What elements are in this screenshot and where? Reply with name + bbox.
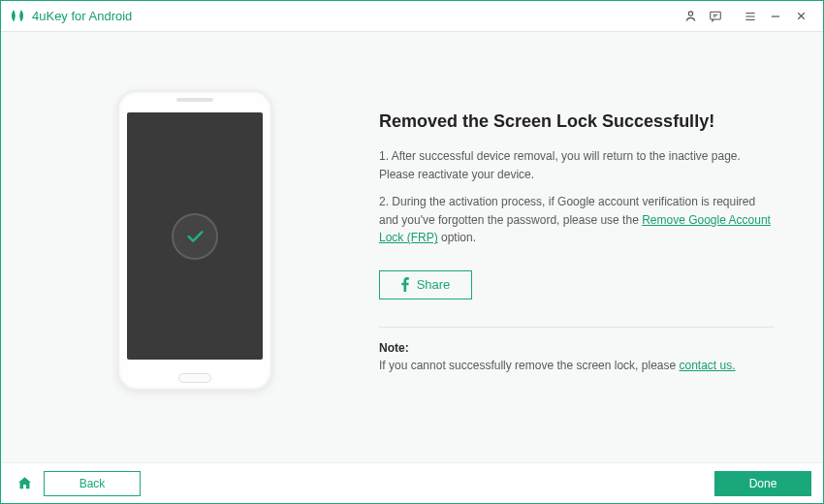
- minimize-button[interactable]: [763, 4, 788, 29]
- phone-home-button-icon: [178, 373, 211, 383]
- phone-screen: [127, 112, 263, 360]
- titlebar: 4uKey for Android: [1, 1, 823, 32]
- content-area: Removed the Screen Lock Successfully! 1.…: [1, 32, 823, 462]
- facebook-icon: [401, 277, 409, 292]
- close-button[interactable]: [788, 4, 813, 29]
- phone-speaker-icon: [176, 98, 213, 102]
- share-button-label: Share: [417, 277, 451, 292]
- note-text: If you cannot successfully remove the sc…: [379, 359, 775, 372]
- app-logo-icon: [9, 8, 26, 25]
- share-button[interactable]: Share: [379, 270, 472, 299]
- note-title: Note:: [379, 341, 775, 355]
- back-button[interactable]: Back: [44, 471, 141, 496]
- home-icon[interactable]: [13, 472, 36, 495]
- message-panel: Removed the Screen Lock Successfully! 1.…: [379, 90, 775, 372]
- success-heading: Removed the Screen Lock Successfully!: [379, 111, 775, 132]
- divider: [379, 327, 775, 328]
- instruction-2: 2. During the activation process, if Goo…: [379, 193, 775, 247]
- phone-mockup: [117, 90, 272, 391]
- contact-us-link[interactable]: contact us.: [680, 359, 736, 372]
- note-text-a: If you cannot successfully remove the sc…: [379, 359, 680, 372]
- instruction-1: 1. After successful device removal, you …: [379, 147, 775, 183]
- instruction-2-text-b: option.: [438, 231, 476, 244]
- done-button[interactable]: Done: [714, 471, 811, 496]
- account-icon[interactable]: [678, 4, 703, 29]
- svg-point-0: [688, 12, 692, 16]
- feedback-icon[interactable]: [703, 4, 728, 29]
- success-check-icon: [172, 213, 218, 260]
- menu-icon[interactable]: [738, 4, 763, 29]
- footer-bar: Back Done: [1, 462, 823, 503]
- svg-rect-1: [711, 12, 721, 19]
- app-window: 4uKey for Android: [0, 0, 824, 504]
- app-title: 4uKey for Android: [32, 9, 132, 23]
